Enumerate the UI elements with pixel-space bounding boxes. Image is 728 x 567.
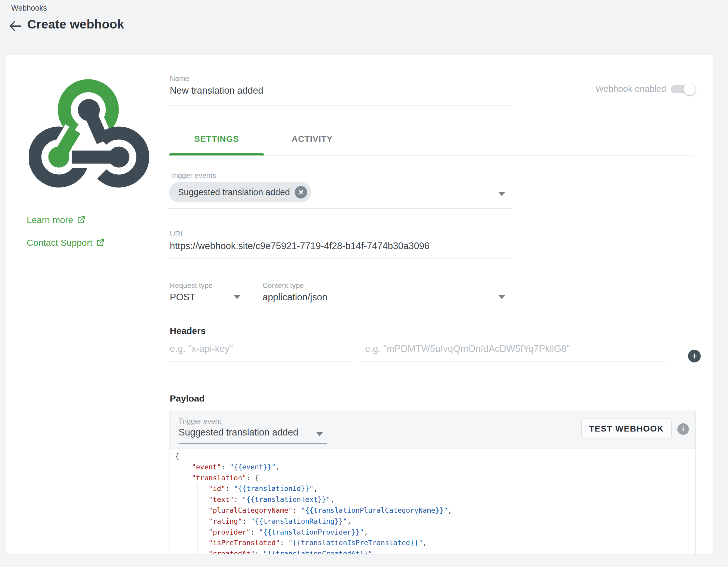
webhook-logo	[29, 77, 149, 190]
webhook-enabled-label: Webhook enabled	[595, 84, 666, 94]
url-input[interactable]	[170, 241, 509, 252]
create-webhook-page: Webhooks Create webhook	[0, 0, 728, 567]
url-label: URL	[170, 230, 184, 238]
test-webhook-button[interactable]: TEST WEBHOOK	[581, 418, 672, 439]
chevron-down-icon[interactable]	[498, 295, 505, 299]
contact-support-label: Contact Support	[27, 238, 92, 248]
external-link-icon	[77, 216, 85, 224]
toggle-knob	[683, 83, 696, 95]
back-arrow-icon[interactable]	[8, 19, 22, 33]
webhook-card: Learn more Contact Support Name Webhook …	[5, 55, 713, 554]
learn-more-label: Learn more	[27, 215, 73, 225]
trigger-event-chip[interactable]: Suggested translation added ✕	[169, 182, 311, 203]
chip-label: Suggested translation added	[178, 187, 290, 197]
header-value-input[interactable]	[365, 343, 662, 354]
content-type-select[interactable]: application/json	[263, 292, 327, 303]
request-type-label: Request type	[170, 281, 213, 290]
payload-trigger-event-select[interactable]: Suggested translation added	[179, 427, 298, 438]
tab-activity[interactable]: ACTIVITY	[264, 130, 360, 149]
code-line: "createdAt": "{{translationCreatedAt}}",	[175, 549, 695, 554]
code-line: "rating": "{{translationRating}}",	[175, 516, 695, 527]
contact-support-link[interactable]: Contact Support	[27, 238, 104, 248]
tab-settings[interactable]: SETTINGS	[169, 130, 264, 149]
close-icon[interactable]: ✕	[295, 186, 307, 199]
breadcrumb[interactable]: Webhooks	[11, 4, 47, 12]
payload-editor: Trigger event Suggested translation adde…	[169, 410, 696, 554]
trigger-underline	[169, 208, 511, 209]
header-key-underline	[169, 361, 351, 361]
code-line: "id": "{{translationId}}",	[175, 483, 695, 494]
content-type-underline	[262, 307, 511, 307]
header-key-input[interactable]	[170, 343, 349, 354]
chevron-down-icon[interactable]	[498, 192, 505, 196]
name-label: Name	[170, 74, 189, 83]
learn-more-link[interactable]: Learn more	[27, 215, 85, 225]
headers-title: Headers	[170, 326, 206, 336]
trigger-events-label: Trigger events	[170, 171, 216, 180]
request-type-select[interactable]: POST	[170, 292, 195, 303]
name-underline	[169, 106, 511, 106]
chevron-down-icon[interactable]	[316, 432, 323, 436]
webhook-enabled-toggle[interactable]	[671, 85, 694, 93]
code-line: "provider": "{{translationProvider}}",	[175, 527, 695, 538]
external-link-icon	[96, 239, 104, 247]
payload-title: Payload	[170, 393, 205, 404]
payload-header: Trigger event Suggested translation adde…	[169, 410, 695, 448]
url-underline	[169, 258, 511, 259]
code-line: {	[175, 451, 695, 462]
chevron-down-icon[interactable]	[234, 295, 240, 299]
code-line: "isPreTranslated": "{{translationIsPreTr…	[175, 538, 695, 549]
trigger-event-label: Trigger event	[179, 417, 221, 425]
code-line: "text": "{{translationText}}",	[175, 494, 695, 505]
page-title: Create webhook	[27, 17, 124, 32]
code-line: "event": "{{event}}",	[175, 462, 695, 473]
info-icon[interactable]: i	[677, 423, 689, 435]
tab-divider	[169, 156, 694, 156]
name-input[interactable]	[170, 85, 509, 96]
code-line: "pluralCategoryName": "{{translationPlur…	[175, 505, 695, 516]
payload-select-underline	[179, 443, 327, 444]
plus-icon[interactable]: +	[688, 350, 701, 362]
header-value-underline	[361, 361, 665, 361]
content-type-label: Content type	[263, 281, 304, 290]
payload-code[interactable]: { "event": "{{event}}", "translation": {…	[169, 449, 695, 554]
request-type-underline	[169, 307, 248, 307]
code-line: "translation": {	[175, 473, 695, 484]
